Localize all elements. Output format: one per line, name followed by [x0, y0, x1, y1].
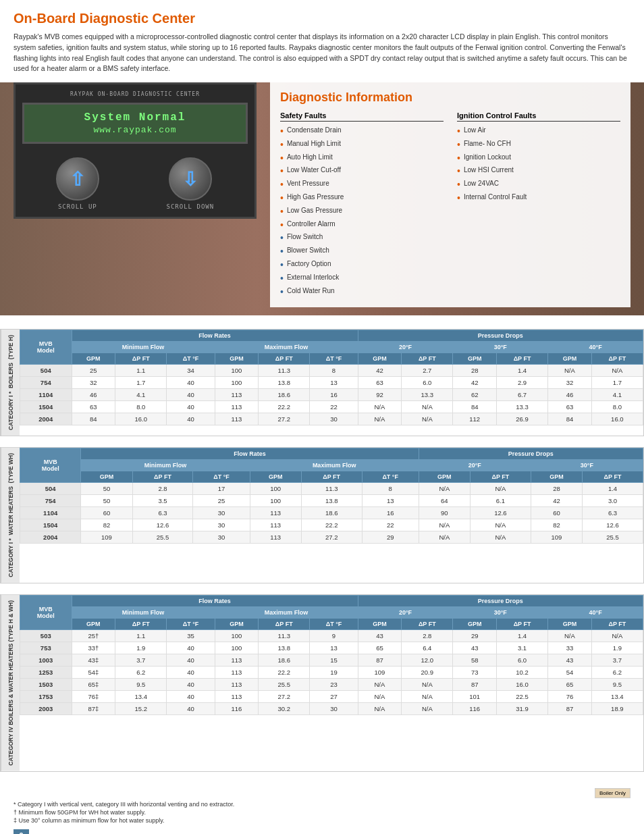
table-cell: 33†: [72, 642, 115, 654]
table-cell: 64: [419, 495, 470, 507]
table-cell: N/A: [402, 401, 453, 413]
ignition-faults-title: Ignition Control Faults: [457, 111, 620, 122]
table-cell: 15.2: [115, 703, 167, 715]
table-row: 1104606.33011318.6169012.6606.3: [20, 507, 643, 519]
scroll-down-button[interactable]: ⇩: [169, 157, 212, 201]
col-dtf1: ΔT °F: [193, 471, 250, 483]
table-cell: 13.3: [496, 401, 547, 413]
col-gpm1: GPM: [81, 471, 132, 483]
table-cell: 8.0: [115, 401, 167, 413]
ignition-text-6: Internal Control Fault: [464, 192, 527, 202]
table-cell: 54‡: [72, 667, 115, 679]
table-cell: 25.5: [132, 531, 193, 544]
table-cell: 6.2: [115, 667, 167, 679]
bullet-icon: •: [280, 246, 284, 257]
ignition-item-1: •Low Air: [457, 126, 620, 137]
safety-text-11: Factory Option: [287, 259, 331, 269]
diag-title: Diagnostic Information: [280, 90, 620, 105]
table-cell: 6.7: [496, 389, 547, 401]
table-row: 125354‡6.24011322.21910920.97310.2546.2: [20, 667, 643, 679]
table-cell: 73: [453, 667, 497, 679]
table-cell: 54: [548, 667, 592, 679]
table-cell: 40: [167, 654, 215, 667]
bullet-icon: •: [457, 179, 460, 190]
table-cell: 30: [193, 531, 250, 544]
table-cell: N/A: [402, 413, 453, 425]
col-model: MVBModel: [20, 330, 72, 365]
table-cell: 25†: [72, 630, 115, 642]
safety-faults-title: Safety Faults: [280, 111, 444, 122]
flow-rates-header: Flow Rates: [72, 330, 358, 342]
table-cell: 6.3: [132, 507, 193, 519]
table-cell: 20.9: [402, 667, 453, 679]
table-cell: 1.7: [591, 377, 643, 389]
table-cell: 22.2: [301, 519, 362, 531]
col-gpm1: GPM: [72, 619, 115, 630]
ignition-text-5: Low 24VAC: [464, 179, 499, 188]
table-cell: 87: [453, 679, 497, 691]
tables-section: CATEGORY I * BOILERS (TYPE H) MVBModel F…: [0, 329, 644, 771]
down-arrow-icon: ⇩: [182, 168, 198, 190]
table-cell: 100: [215, 377, 259, 389]
table-cell: 17: [193, 483, 250, 495]
table-cell: 32: [72, 377, 115, 389]
temp-20-header: 20°F: [358, 342, 453, 353]
table-cell: 25.5: [583, 531, 643, 544]
scroll-down-control[interactable]: ⇩ SCROLL DOWN: [167, 157, 215, 210]
scroll-up-control[interactable]: ⇧ SCROLL UP: [56, 157, 99, 210]
table-row: 15048212.63011322.222N/AN/A8212.6: [20, 519, 643, 531]
col-gpm5: GPM: [548, 353, 592, 365]
table-row: 100343‡3.74011318.6158712.0586.0433.7: [20, 654, 643, 667]
scroll-up-button[interactable]: ⇧: [56, 157, 99, 201]
table-cell: 30: [193, 507, 250, 519]
header-section: On-Board Diagnostic Center Raypak's MVB …: [0, 0, 644, 82]
table1: MVBModel Flow Rates Pressure Drops Minim…: [20, 330, 643, 425]
table-cell: 65‡: [72, 679, 115, 691]
table-cell: N/A: [470, 483, 531, 495]
table-cell: 30.2: [259, 703, 310, 715]
table1-container: MVBModel Flow Rates Pressure Drops Minim…: [20, 330, 643, 436]
table-cell: 1.1: [115, 630, 167, 642]
pressure-drops-header: Pressure Drops: [358, 330, 643, 342]
bullet-icon: •: [280, 179, 284, 190]
table-cell: 100: [215, 365, 259, 377]
table-cell: 27: [310, 691, 358, 703]
table-cell: 9: [310, 630, 358, 642]
ignition-faults-col: Ignition Control Faults •Low Air •Flame-…: [457, 111, 620, 299]
table-cell: 27.2: [259, 413, 310, 425]
table-cell: 116: [215, 703, 259, 715]
safety-item-7: •Low Gas Pressure: [280, 206, 444, 217]
table-cell: 1104: [20, 507, 81, 519]
table-cell: 22.5: [496, 691, 547, 703]
table-cell: 1.9: [115, 642, 167, 654]
col-gpm3: GPM: [358, 353, 402, 365]
safety-text-12: External Interlock: [287, 273, 339, 282]
table-cell: 9.5: [591, 679, 643, 691]
table-row: 175376‡13.44011327.227N/AN/A10122.57613.…: [20, 691, 643, 703]
bullet-icon: •: [280, 273, 284, 284]
table-cell: 82: [531, 519, 582, 531]
table-cell: 63: [358, 377, 402, 389]
table-cell: 1753: [20, 691, 72, 703]
safety-text-1: Condensate Drain: [287, 126, 342, 135]
table-cell: 109: [81, 531, 132, 544]
safety-item-2: •Manual High Limit: [280, 139, 444, 151]
table-cell: 504: [20, 365, 72, 377]
table-cell: 84: [548, 413, 592, 425]
table-cell: 30: [310, 413, 358, 425]
page-number: 6: [14, 829, 29, 834]
safety-faults-col: Safety Faults •Condensate Drain •Manual …: [280, 111, 444, 299]
table3-block: CATEGORY IV BOILERS & WATER HEATERS (TYP…: [0, 594, 644, 772]
table-cell: 6.4: [402, 642, 453, 654]
table-row: 1504638.04011322.222N/AN/A8413.3638.0: [20, 401, 643, 413]
table-cell: 12.6: [583, 519, 643, 531]
table-cell: 40: [167, 377, 215, 389]
table-cell: 18.6: [259, 389, 310, 401]
col-gpm2: GPM: [215, 619, 259, 630]
table-cell: 112: [453, 413, 497, 425]
table-cell: N/A: [470, 531, 531, 544]
ignition-text-3: Ignition Lockout: [464, 153, 511, 162]
table-cell: 3.5: [132, 495, 193, 507]
table-cell: 15: [310, 654, 358, 667]
table-cell: 1.9: [591, 642, 643, 654]
